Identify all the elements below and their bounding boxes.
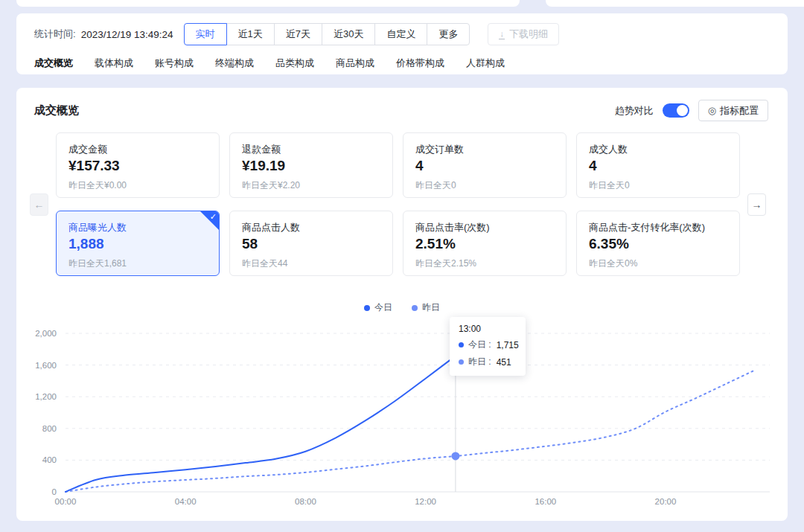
trend-compare-toggle[interactable] [663,103,689,118]
metric-card[interactable]: 商品点击-支付转化率(次数)6.35%昨日全天0% [576,211,740,276]
time-range-button[interactable]: 近30天 [322,23,375,45]
chart-tooltip: 13:00 今日 :1,715昨日 :451 [450,317,526,376]
trend-compare-label: 趋势对比 [615,104,654,118]
nav-tab[interactable]: 价格带构成 [396,57,444,70]
composition-tabs: 成交概览载体构成账号构成终端构成品类构成商品构成价格带构成人群构成 [34,57,505,70]
metric-value: 2.51% [415,236,554,252]
metric-card[interactable]: 商品点击率(次数)2.51%昨日全天2.15% [403,211,567,276]
top-edge-decoration-right [546,0,804,7]
metric-value: 6.35% [589,236,727,252]
metric-sub: 昨日全天44 [242,257,380,270]
nav-tab[interactable]: 载体构成 [95,57,133,70]
tooltip-series-value: 451 [497,357,511,368]
cards-prev-button[interactable]: ← [30,193,48,216]
trend-chart[interactable]: 04008001,2001,6002,00000:0004:0008:0012:… [16,311,788,517]
arrow-left-icon: ← [34,199,45,211]
x-axis-label: 04:00 [175,497,197,506]
tooltip-time: 13:00 [459,324,517,334]
metric-sub: 昨日全天0 [415,179,554,192]
panel-title: 成交概览 [34,103,79,118]
metric-value: 1,888 [68,236,207,252]
stat-time-value: 2023/12/19 13:49:24 [81,29,173,40]
today-line [66,356,456,492]
tooltip-series-value: 1,715 [497,340,519,350]
tooltip-series-dot [459,359,464,365]
y-axis-label: 800 [42,424,57,433]
download-icon: ↓ [499,30,505,39]
y-axis-label: 2,000 [35,329,57,338]
metric-sub: 昨日全天¥0.00 [68,179,207,192]
metric-sub: 昨日全天2.15% [415,257,554,270]
metric-value: 58 [242,236,380,252]
nav-tab[interactable]: 商品构成 [336,57,374,70]
metric-config-button[interactable]: ◎ 指标配置 [698,100,768,121]
download-detail-button[interactable]: ↓ 下载明细 [488,23,559,45]
x-axis-label: 20:00 [655,497,677,506]
top-edge-decoration-left [16,0,520,7]
metric-sub: 昨日全天0 [589,179,727,192]
time-range-button[interactable]: 近7天 [274,23,322,45]
tooltip-rows: 今日 :1,715昨日 :451 [459,339,517,368]
y-axis-label: 1,600 [35,361,57,370]
y-axis-label: 400 [42,455,57,464]
nav-tab[interactable]: 人群构成 [466,57,505,70]
metric-label: 退款金额 [242,143,380,156]
metric-value: 4 [415,158,554,174]
metric-card[interactable]: 成交人数4昨日全天0 [576,132,740,198]
legend-dot-icon [412,305,418,311]
tooltip-series-dot [459,342,464,347]
cards-next-button[interactable]: → [747,193,766,216]
time-range-button[interactable]: 自定义 [374,23,427,45]
panel-header-controls: 趋势对比 ◎ 指标配置 [615,100,768,121]
download-label: 下载明细 [509,28,548,41]
y-axis-label: 0 [52,487,57,496]
filter-row: 统计时间: 2023/12/19 13:49:24 实时近1天近7天近30天自定… [34,23,559,45]
time-range-button[interactable]: 实时 [184,23,227,45]
tooltip-series-name: 昨日 : [468,356,491,368]
legend-dot-icon [364,305,370,311]
x-axis-label: 16:00 [535,497,556,506]
metric-sub: 昨日全天1,681 [68,257,207,270]
tooltip-series-name: 今日 : [468,339,491,351]
x-axis-label: 00:00 [55,497,77,506]
time-range-button[interactable]: 更多 [427,23,470,45]
metric-label: 商品点击-支付转化率(次数) [589,221,727,234]
metric-label: 成交金额 [68,143,207,156]
metric-value: ¥157.33 [68,158,207,174]
metric-label: 商品点击人数 [242,221,380,234]
metric-label: 成交人数 [589,143,727,156]
metric-label: 成交订单数 [415,143,554,156]
yesterday-line [66,370,756,492]
check-icon: ✓ [210,212,217,222]
toggle-knob [677,105,688,116]
metric-cards-grid: 成交金额¥157.33昨日全天¥0.00退款金额¥19.19昨日全天¥2.20成… [56,132,740,276]
metric-value: 4 [589,158,727,174]
nav-tab[interactable]: 成交概览 [34,57,73,70]
nav-tab[interactable]: 品类构成 [275,57,314,70]
time-range-group: 实时近1天近7天近30天自定义更多 [184,23,470,45]
metric-label: 商品曝光人数 [68,221,207,234]
filter-card: 统计时间: 2023/12/19 13:49:24 实时近1天近7天近30天自定… [16,13,788,74]
gear-icon: ◎ [708,106,716,115]
hover-marker-dot [451,452,459,460]
metric-sub: 昨日全天¥2.20 [242,179,380,192]
x-axis-label: 08:00 [295,497,316,506]
metric-card[interactable]: 成交订单数4昨日全天0 [403,132,567,198]
arrow-right-icon: → [752,199,762,211]
metric-card[interactable]: 商品点击人数58昨日全天44 [229,211,393,276]
metric-card[interactable]: 商品曝光人数1,888昨日全天1,681✓ [56,211,220,276]
dashboard-page: 统计时间: 2023/12/19 13:49:24 实时近1天近7天近30天自定… [0,0,804,532]
metric-label: 商品点击率(次数) [415,221,554,234]
metric-card[interactable]: 成交金额¥157.33昨日全天¥0.00 [56,132,220,198]
time-range-button[interactable]: 近1天 [226,23,275,45]
metric-card[interactable]: 退款金额¥19.19昨日全天¥2.20 [229,132,393,198]
nav-tab[interactable]: 账号构成 [155,57,194,70]
x-axis-label: 12:00 [415,497,436,506]
tooltip-row: 昨日 :451 [459,356,517,368]
stat-time-label: 统计时间: [34,28,76,41]
metric-sub: 昨日全天0% [589,257,727,270]
tooltip-row: 今日 :1,715 [459,339,517,351]
nav-tab[interactable]: 终端构成 [215,57,254,70]
metric-config-label: 指标配置 [720,104,759,118]
y-axis-label: 1,200 [35,392,57,401]
